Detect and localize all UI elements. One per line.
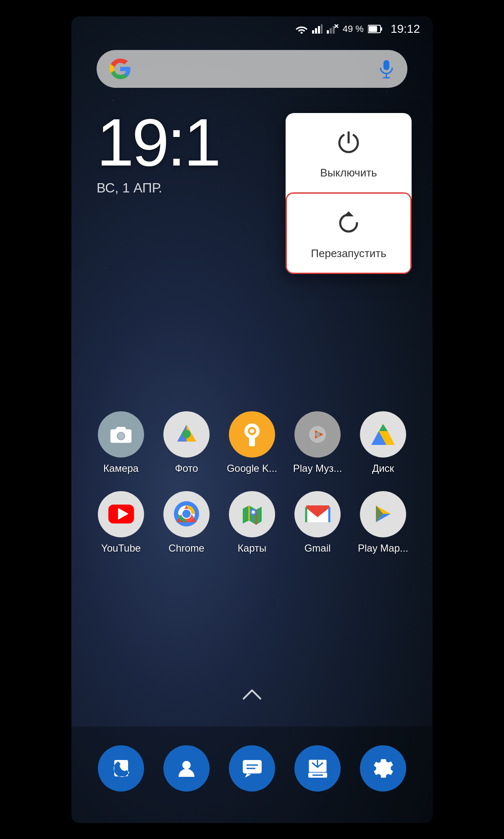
svg-point-33 [182,510,191,518]
maps-app-icon [239,500,266,528]
svg-point-22 [250,429,254,433]
status-bar: 49 % 19:12 [71,16,433,42]
svg-rect-11 [369,26,377,32]
keep-app-icon [241,422,264,447]
svg-rect-5 [327,30,329,34]
svg-rect-12 [381,27,382,31]
app-row-1: Камера Фото [88,411,416,474]
phone-icon [98,745,144,792]
status-time: 19:12 [391,22,420,36]
playmusic-label: Play Муз... [293,463,342,474]
signal-x-icon [327,24,339,34]
power-menu: Выключить Перезапустить [286,113,412,274]
battery-icon [368,24,382,34]
google-logo [109,58,131,80]
app-gmail[interactable]: Gmail [288,491,347,554]
dock-phone[interactable] [98,745,144,792]
shutdown-label: Выключить [320,166,377,179]
svg-point-0 [300,32,302,34]
svg-point-18 [118,433,124,439]
app-keep[interactable]: Google K... [223,411,281,474]
svg-point-27 [315,432,320,437]
app-playmarket[interactable]: Play Map... [354,491,412,554]
downloads-icon [294,745,341,792]
playmarket-app-icon [370,500,397,528]
messages-icon [229,745,275,792]
svg-point-36 [252,519,254,521]
dock-messages[interactable] [229,745,275,792]
camera-app-icon [108,422,134,447]
app-camera[interactable]: Камера [92,411,150,474]
chrome-label: Chrome [168,542,204,554]
dock-downloads[interactable] [294,745,341,792]
youtube-label: YouTube [101,542,141,554]
svg-rect-13 [383,60,389,70]
svg-point-35 [252,510,255,514]
svg-rect-4 [321,24,323,34]
photos-label: Фото [175,463,198,474]
svg-rect-23 [249,438,255,446]
svg-point-40 [182,761,191,769]
drive-label: Диск [372,463,394,474]
dock-settings[interactable] [360,745,406,792]
search-bar[interactable] [97,50,407,88]
photos-app-icon [173,421,200,448]
svg-rect-2 [315,28,317,34]
keep-label: Google K... [227,463,277,474]
status-icons: 49 % 19:12 [295,22,420,36]
shutdown-button[interactable]: Выключить [286,113,412,192]
svg-rect-41 [243,760,262,773]
wifi-icon [295,24,308,34]
app-photos[interactable]: Фото [157,411,216,474]
youtube-app-icon [108,500,135,528]
restart-label: Перезапустить [311,247,386,260]
app-drawer-arrow[interactable] [242,684,262,706]
microphone-icon[interactable] [378,58,395,79]
svg-rect-1 [312,30,314,34]
app-playmusic[interactable]: Play Муз... [288,411,347,474]
signal-icon [312,24,323,34]
gmail-app-icon [304,500,331,528]
app-maps[interactable]: Карты [223,491,281,554]
restart-button[interactable]: Перезапустить [286,192,412,274]
contacts-icon [163,745,210,792]
camera-label: Камера [103,463,139,474]
svg-rect-6 [330,28,332,34]
restart-icon [336,210,361,241]
chrome-app-icon [173,500,200,528]
app-grid: Камера Фото [88,411,416,571]
phone-screen: 49 % 19:12 19:1 ВС, [71,16,433,823]
svg-marker-16 [344,211,354,216]
svg-rect-3 [318,26,320,34]
dock [88,735,416,802]
app-drive[interactable]: Диск [354,411,412,474]
app-row-2: YouTube Chrome [88,491,416,554]
drive-app-icon [370,422,397,447]
app-chrome[interactable]: Chrome [157,491,216,554]
svg-rect-7 [333,26,335,34]
battery-percent: 49 % [343,24,364,34]
settings-icon [360,745,406,792]
maps-label: Карты [238,542,266,554]
power-off-icon [336,130,361,160]
app-youtube[interactable]: YouTube [92,491,150,554]
gmail-label: Gmail [304,542,331,554]
svg-point-19 [182,430,191,438]
dock-contacts[interactable] [163,745,210,792]
playmarket-label: Play Map... [358,542,408,554]
playmusic-app-icon [305,422,330,447]
